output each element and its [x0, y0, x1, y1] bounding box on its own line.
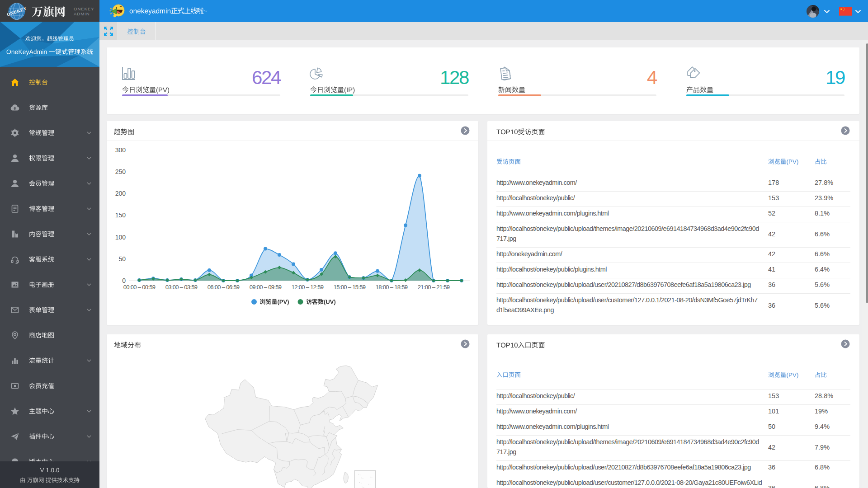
svg-text:09:00 – 09:59: 09:00 – 09:59	[250, 284, 282, 291]
svg-text:250: 250	[115, 168, 126, 175]
svg-text:18:00 – 18:59: 18:00 – 18:59	[376, 284, 408, 291]
svg-text:100: 100	[115, 234, 126, 241]
svg-text:15:00 – 15:59: 15:00 – 15:59	[334, 284, 366, 291]
svg-text:03:00 – 03:59: 03:00 – 03:59	[165, 284, 198, 291]
svg-text:06:00 – 06:59: 06:00 – 06:59	[208, 284, 240, 291]
svg-text:200: 200	[115, 190, 126, 197]
svg-text:150: 150	[115, 211, 126, 219]
svg-text:300: 300	[115, 146, 126, 154]
svg-text:21:00 – 21:59: 21:00 – 21:59	[418, 284, 450, 291]
svg-text:50: 50	[118, 255, 126, 263]
svg-text:00:00 – 00:59: 00:00 – 00:59	[123, 284, 156, 291]
svg-text:12:00 – 12:59: 12:00 – 12:59	[292, 284, 324, 291]
svg-text:0: 0	[122, 277, 126, 284]
